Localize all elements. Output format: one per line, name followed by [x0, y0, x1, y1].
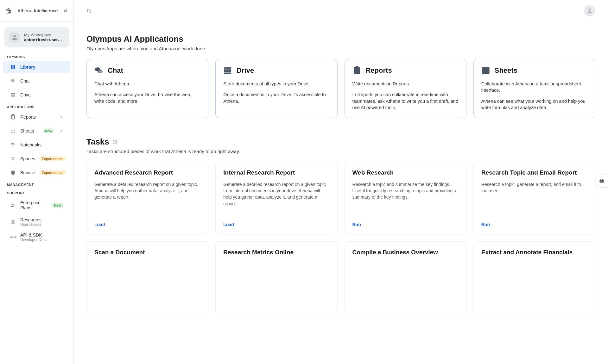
- chevron-right-icon: [59, 115, 63, 119]
- task-title: Compile a Business Overview: [352, 249, 459, 256]
- collapse-sidebar-icon[interactable]: [63, 8, 68, 14]
- app-card-chat[interactable]: Chat Chat with Athena. Athena can access…: [86, 59, 208, 118]
- nav-chat[interactable]: Chat: [3, 75, 70, 87]
- help-icon[interactable]: [112, 139, 117, 145]
- task-card[interactable]: Research Topic and Email Report Research…: [473, 162, 595, 234]
- app-card-desc: Athena can see what your working on and …: [481, 98, 587, 111]
- task-card[interactable]: Internal Research Report Generate a deta…: [215, 162, 337, 234]
- task-desc: Research a topic, generate a report, and…: [481, 181, 587, 217]
- svg-point-25: [225, 71, 226, 71]
- user-avatar[interactable]: [584, 5, 595, 16]
- brand-separator: [14, 7, 14, 14]
- task-action-load[interactable]: Load: [223, 222, 234, 227]
- task-card[interactable]: Compile a Business Overview: [345, 241, 466, 314]
- nav-reports[interactable]: Reports: [3, 111, 70, 123]
- badge-new: New: [52, 203, 63, 208]
- app-card-desc: Collaborate with Athena in a familiar sp…: [481, 81, 587, 94]
- spaces-icon: [10, 156, 16, 162]
- sheets-icon: [481, 66, 490, 75]
- tasks-section-title: Tasks: [86, 137, 109, 147]
- section-label-applications: APPLICATIONS: [0, 102, 73, 110]
- task-card[interactable]: Scan a Document: [86, 241, 208, 314]
- task-desc: [94, 261, 200, 307]
- app-card-desc: Athena can access your Drive, browse the…: [94, 91, 200, 104]
- content-scroll[interactable]: Olympus AI Applications Olympus Apps are…: [74, 22, 608, 364]
- task-desc: [481, 261, 587, 307]
- nav-sublabel: Developer Docs: [20, 238, 47, 242]
- task-desc: [223, 261, 329, 307]
- drive-icon: [223, 66, 232, 75]
- nav-enterprise-plans[interactable]: Enterprise Plans New: [3, 197, 70, 214]
- app-card-sheets[interactable]: Sheets Collaborate with Athena in a fami…: [473, 59, 595, 118]
- badge-experimental: Experimental: [40, 156, 66, 161]
- app-card-title: Chat: [108, 66, 123, 75]
- search-icon[interactable]: [86, 8, 92, 13]
- section-label-olympus: OLYMPUS: [0, 52, 73, 60]
- topbar: [74, 0, 608, 22]
- svg-point-20: [98, 70, 102, 73]
- svg-point-18: [588, 9, 591, 11]
- nav-label: Browse: [20, 170, 35, 175]
- task-card[interactable]: Extract and Annotate Financials: [473, 241, 595, 314]
- nav-label: Library: [20, 65, 63, 70]
- svg-rect-16: [13, 220, 15, 224]
- svg-rect-4: [11, 95, 15, 96]
- svg-point-9: [11, 157, 13, 158]
- nav-spaces[interactable]: Spaces Experimental: [3, 152, 70, 165]
- svg-point-11: [12, 159, 14, 160]
- task-action-run[interactable]: Run: [352, 222, 361, 227]
- app-card-drive[interactable]: Drive Store documents of all types in yo…: [215, 59, 337, 118]
- svg-rect-27: [356, 66, 358, 68]
- library-icon: [10, 64, 16, 70]
- app-card-title: Drive: [237, 66, 254, 75]
- disk-icon: [599, 178, 605, 184]
- task-card[interactable]: Advanced Research Report Generate a deta…: [86, 162, 208, 234]
- svg-point-13: [12, 204, 13, 206]
- nav-drive[interactable]: Drive: [3, 89, 70, 101]
- task-title: Research Topic and Email Report: [481, 169, 587, 177]
- nav-label: Sheets: [20, 128, 38, 133]
- task-card[interactable]: Web Research Research a topic and summar…: [345, 162, 466, 234]
- sheets-icon: [10, 128, 16, 134]
- task-title: Advanced Research Report: [94, 169, 200, 177]
- nav-label: Notebooks: [20, 142, 63, 147]
- task-card[interactable]: Research Metrics Online: [215, 241, 337, 314]
- main-area: Olympus AI Applications Olympus Apps are…: [74, 0, 608, 364]
- reports-icon: [352, 66, 361, 75]
- svg-rect-3: [11, 93, 15, 94]
- nav-label: Resources: [20, 217, 41, 222]
- nav-label: Reports: [20, 114, 54, 120]
- nav-notebooks[interactable]: Notebooks: [3, 139, 70, 151]
- nav-library[interactable]: Library: [3, 61, 70, 73]
- svg-point-24: [225, 68, 226, 69]
- sidebar-header: Athena Intelligence: [0, 0, 73, 22]
- app-card-desc: Once a document is in your Drive it's ac…: [223, 91, 329, 104]
- task-action-run[interactable]: Run: [481, 222, 490, 227]
- app-card-desc: Store documents of all types in your Dri…: [223, 81, 329, 87]
- nav-sublabel: User Guides: [20, 222, 41, 227]
- app-card-desc: Chat with Athena.: [94, 81, 200, 87]
- chat-icon: [94, 66, 103, 75]
- apps-section-subtitle: Olympus Apps are where you and Athena ge…: [86, 46, 595, 51]
- apps-section-title: Olympus AI Applications: [86, 34, 595, 44]
- task-desc: Generate a detailed research report on a…: [223, 181, 329, 217]
- nav-label: Drive: [20, 92, 63, 97]
- app-card-reports[interactable]: Reports Write documents in Reports. In R…: [345, 59, 466, 118]
- http-icon: HTTP: [10, 236, 16, 239]
- nav-sheets[interactable]: Sheets New: [3, 125, 70, 137]
- section-label-management: MANAGEMENT: [0, 180, 73, 188]
- nav-browse[interactable]: Browse Experimental: [3, 166, 70, 179]
- apps-grid: Chat Chat with Athena. Athena can access…: [86, 59, 595, 118]
- floating-disk-button[interactable]: [595, 175, 608, 187]
- book-icon: [10, 219, 16, 225]
- workspace-selector[interactable]: My Workspace anton+fresh-user@…: [4, 27, 69, 47]
- task-title: Scan a Document: [94, 249, 200, 256]
- task-title: Web Research: [352, 169, 459, 177]
- task-action-load[interactable]: Load: [94, 222, 105, 227]
- app-card-desc: In Reports you can collaborate in real-t…: [352, 91, 459, 111]
- task-title: Internal Research Report: [223, 169, 329, 177]
- nav-api-sdk[interactable]: HTTP API & SDK Developer Docs: [3, 230, 70, 244]
- nav-resources[interactable]: Resources User Guides: [3, 215, 70, 229]
- app-card-title: Reports: [366, 66, 392, 75]
- reports-icon: [10, 114, 16, 120]
